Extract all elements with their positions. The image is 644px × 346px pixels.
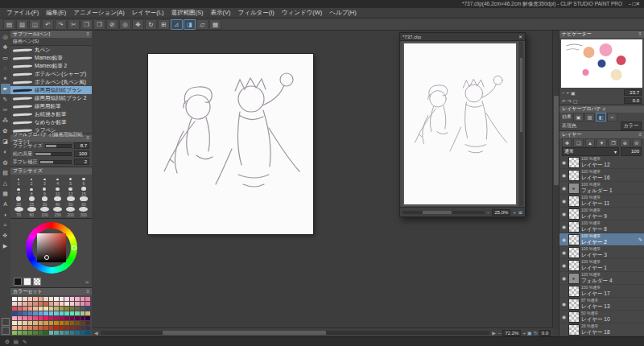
color-swatch[interactable] (70, 321, 75, 325)
layer-visibility-icon[interactable]: ◉ (561, 314, 567, 319)
layer-visibility-icon[interactable]: ◉ (561, 159, 567, 165)
brush-size-cell[interactable]: 9 (38, 186, 51, 196)
brush-size-cell[interactable]: 2 (25, 175, 38, 186)
document-icon[interactable]: ▤ (14, 339, 19, 345)
color-swatch[interactable] (54, 331, 59, 335)
background-color-swatch[interactable] (23, 278, 31, 286)
brush-size-cell[interactable]: 25 (25, 196, 38, 207)
floating-canvas-window[interactable]: *737.clip ✕ − 25.0% + ⊞ (399, 32, 526, 217)
color-swatch[interactable] (12, 316, 17, 320)
color-swatch[interactable] (75, 297, 80, 301)
delete-layer-icon[interactable]: ⊘ (632, 138, 642, 147)
open-icon[interactable]: ▥ (16, 19, 28, 30)
expression-color-value[interactable]: カラー (621, 122, 642, 130)
color-swatch[interactable] (12, 321, 17, 325)
color-swatch[interactable] (80, 326, 85, 330)
menu-item-2[interactable]: アニメーション(A) (70, 9, 128, 17)
layer-visibility-icon[interactable]: ◉ (561, 185, 567, 191)
brush-size-cell[interactable]: 3 (38, 175, 51, 186)
brush-item[interactable]: ボテルペン(シャープ) (10, 70, 92, 78)
color-swatch[interactable] (43, 316, 48, 320)
floating-vertical-scrollbar[interactable] (519, 42, 523, 206)
brush-size-cell[interactable]: 80 (25, 207, 38, 217)
color-swatch[interactable] (33, 326, 38, 330)
scroll-right-icon[interactable]: ▶ (492, 330, 496, 336)
grid-icon[interactable]: ⊞ (518, 209, 522, 215)
brush-size-cell[interactable]: 10 (51, 186, 64, 196)
grid-icon[interactable]: ⊞ (158, 19, 170, 30)
color-swatch[interactable] (23, 297, 27, 301)
rotate-ccw-icon[interactable]: ↶ (562, 98, 566, 104)
color-swatch[interactable] (75, 307, 80, 311)
color-swatch[interactable] (23, 321, 27, 325)
navigator-thumbnail[interactable] (561, 39, 642, 88)
color-swatch[interactable] (85, 307, 90, 311)
menu-item-1[interactable]: 編集(E) (43, 9, 69, 17)
border-effect-icon[interactable]: ▣ (573, 113, 584, 122)
color-swatch[interactable] (39, 307, 43, 311)
color-swatch[interactable] (23, 316, 27, 320)
property-slider[interactable] (39, 160, 72, 164)
color-swatch[interactable] (64, 311, 69, 315)
merge-down-icon[interactable]: ⊕ (620, 138, 630, 147)
layer-visibility-icon[interactable]: ◉ (561, 262, 567, 268)
zoom-out-icon[interactable]: − (562, 90, 565, 95)
color-swatch[interactable] (33, 331, 38, 335)
property-value[interactable]: 100 (74, 150, 89, 157)
color-swatch[interactable] (28, 316, 33, 320)
color-swatch[interactable] (43, 297, 48, 301)
color-swatch[interactable] (54, 321, 59, 325)
symmetry-icon[interactable]: ▱ (196, 19, 208, 30)
brush-size-cell[interactable]: 100 (38, 207, 51, 217)
color-swatch[interactable] (60, 302, 64, 306)
color-swatch[interactable] (64, 302, 69, 306)
color-swatch[interactable] (33, 307, 38, 311)
hue-marker[interactable] (72, 245, 76, 250)
color-swatch[interactable] (85, 302, 90, 306)
brush-size-cell[interactable]: 15 (77, 186, 90, 196)
color-swatch[interactable] (49, 302, 54, 306)
color-swatch[interactable] (43, 311, 48, 315)
color-swatch[interactable] (23, 331, 27, 335)
color-swatch[interactable] (80, 321, 85, 325)
hand-view-icon[interactable]: ✥ (132, 19, 144, 30)
tone-effect-icon[interactable]: ▨ (584, 113, 595, 122)
layer-opacity-field[interactable]: 100 (621, 147, 642, 156)
transparent-color-swatch[interactable] (33, 278, 41, 286)
menu-item-7[interactable]: ウィンドウ(W) (279, 9, 325, 17)
paste-icon[interactable]: ❒ (93, 19, 105, 30)
gradient-tool[interactable]: ▧ (1, 167, 10, 178)
color-swatch[interactable] (80, 302, 85, 306)
color-swatch[interactable] (64, 297, 69, 301)
color-swatch[interactable] (39, 316, 43, 320)
color-swatch[interactable] (49, 316, 54, 320)
layer-row[interactable]: ◉▸100 %通常フォルダー 4 (559, 272, 644, 285)
brush-size-cell[interactable]: 12 (64, 186, 77, 196)
color-swatch[interactable] (12, 297, 17, 301)
layer-visibility-icon[interactable]: ◉ (561, 275, 567, 281)
settings-icon[interactable]: ⚙ (5, 339, 10, 345)
brush-size-cell[interactable]: 200 (64, 207, 77, 217)
wand-tool[interactable]: ✶ (1, 73, 10, 84)
color-swatch[interactable] (60, 321, 64, 325)
color-swatch[interactable] (39, 302, 43, 306)
brush-size-cell[interactable]: 70 (12, 207, 25, 217)
select-tool[interactable]: ▭ (1, 52, 10, 63)
color-swatch[interactable] (33, 321, 38, 325)
brush-size-cell[interactable]: 50 (64, 196, 77, 207)
color-swatch[interactable] (39, 321, 43, 325)
floating-horizontal-scrollbar[interactable] (402, 211, 485, 214)
brush-size-cell[interactable]: 40 (51, 196, 64, 207)
color-swatch[interactable] (28, 331, 33, 335)
color-swatch[interactable] (43, 321, 48, 325)
color-swatch[interactable] (49, 297, 54, 301)
layer-visibility-icon[interactable]: ◉ (561, 198, 567, 204)
color-swatch[interactable] (43, 331, 48, 335)
color-swatch[interactable] (12, 307, 17, 311)
layer-row[interactable]: ◉100 %通常レイヤー 2✎ (559, 233, 644, 246)
line-correct-tool[interactable]: ≈ (1, 220, 10, 230)
panel-menu-icon[interactable]: ≡ (86, 134, 89, 142)
color-swatch[interactable] (75, 311, 80, 315)
layer-visibility-icon[interactable]: ◉ (561, 224, 567, 229)
menu-item-4[interactable]: 選択範囲(S) (168, 9, 207, 17)
